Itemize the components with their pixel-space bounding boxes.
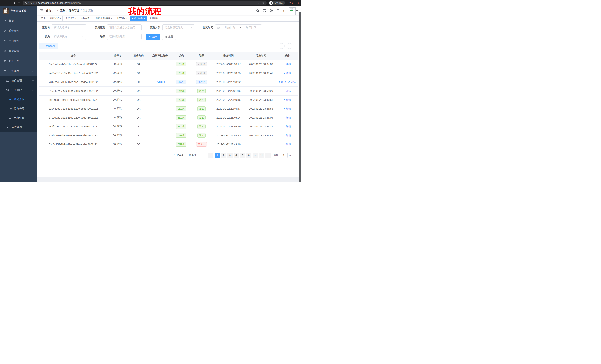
sidebar-item-my-process[interactable]: 我的流程 xyxy=(0,95,37,104)
sidebar-item-home[interactable]: 首页 xyxy=(0,16,37,26)
current-task-link[interactable]: 一级审批 xyxy=(155,80,165,83)
start-process-button[interactable]: 发起流程 xyxy=(39,43,58,49)
close-icon[interactable]: × xyxy=(111,17,112,19)
cell-category: OA xyxy=(128,95,149,104)
sidebar-item-task-mgmt[interactable]: 任务管理 xyxy=(0,85,37,95)
sidebar-item-process-mgmt[interactable]: 流程管理 xyxy=(0,76,37,85)
search-button[interactable]: 搜索 xyxy=(146,34,160,40)
page-button-1[interactable]: 1 xyxy=(215,153,220,158)
address-bar[interactable]: 不安全 dashboard.yudao.iocoder.cn/bpm/task/… xyxy=(23,1,267,5)
detail-link[interactable]: 详情 xyxy=(283,107,291,110)
browser-update-button[interactable]: 更新 xyxy=(287,1,299,5)
table-search-toggle-icon[interactable] xyxy=(279,43,285,49)
action-label: 详情 xyxy=(286,116,291,119)
close-icon[interactable]: × xyxy=(60,17,61,19)
page-button-11[interactable]: 11 xyxy=(259,153,264,158)
detail-link[interactable]: 详情 xyxy=(283,71,291,75)
back-icon[interactable] xyxy=(2,1,5,4)
home-icon[interactable] xyxy=(18,1,20,4)
sidebar-item-label: 工作流程 xyxy=(9,69,19,73)
table-refresh-icon[interactable] xyxy=(287,43,292,49)
fullscreen-icon[interactable] xyxy=(276,9,280,12)
close-icon[interactable]: × xyxy=(75,17,76,19)
close-icon[interactable]: × xyxy=(159,17,160,19)
close-icon[interactable]: × xyxy=(126,17,127,19)
sidebar-item-workflow[interactable]: 工作流程 xyxy=(0,66,37,76)
category-select[interactable]: 请选择流程分类 xyxy=(162,25,194,30)
close-icon[interactable]: × xyxy=(144,17,145,19)
page-button-6[interactable]: 6 xyxy=(246,153,251,158)
table-toolbar: 发起流程 xyxy=(39,43,299,49)
sidebar-item-infrastructure[interactable]: 基础设施 xyxy=(0,46,37,56)
search-icon[interactable] xyxy=(256,9,259,12)
sidebar-item-done-tasks[interactable]: 已办任务 xyxy=(0,113,37,123)
edit-icon xyxy=(283,116,286,119)
footer-strip xyxy=(37,177,300,182)
column-header: 结束时间 xyxy=(245,52,277,60)
gear-icon xyxy=(3,29,7,33)
parent-process-input[interactable] xyxy=(107,25,141,30)
reset-button[interactable]: 重置 xyxy=(162,34,176,40)
page-button-2[interactable]: 2 xyxy=(221,153,226,158)
page-button-3[interactable]: 3 xyxy=(227,153,232,158)
browser-scrollbar[interactable] xyxy=(299,12,300,182)
sidebar: 芋道管理系统 首页系统管理支付管理基础设施研发工具工作流程流程管理任务管理我的流… xyxy=(0,6,37,182)
key-icon[interactable] xyxy=(258,2,260,4)
detail-link[interactable]: 详情 xyxy=(283,98,291,102)
cancel-link[interactable]: 取消 xyxy=(278,80,286,84)
sidebar-item-payment[interactable]: 支付管理 xyxy=(0,36,37,46)
close-icon[interactable]: × xyxy=(90,17,91,19)
tab-process-form[interactable]: 流程表单× xyxy=(79,16,93,21)
help-icon[interactable] xyxy=(270,9,273,12)
reload-icon[interactable] xyxy=(12,1,15,4)
tab-process-form-edit[interactable]: 流程表单-编辑× xyxy=(94,16,114,21)
sidebar-item-dev-tools[interactable]: 研发工具 xyxy=(0,56,37,66)
tab-process-definition[interactable]: 流程定义× xyxy=(48,16,63,21)
submit-time-label: 提交时间 xyxy=(199,26,215,29)
status-select[interactable]: 请选择状态 xyxy=(52,34,86,40)
tab-start-process[interactable]: 发起流程× xyxy=(148,16,162,21)
github-icon[interactable] xyxy=(263,9,266,12)
next-page-icon[interactable] xyxy=(265,153,270,158)
breadcrumb-item[interactable]: 工作流程 xyxy=(55,9,65,12)
pager-more-button[interactable]: ••• xyxy=(253,153,258,158)
submit-time-range[interactable]: 开始日期 - 结束日期 xyxy=(215,25,262,30)
tab-process-model[interactable]: 流程模型× xyxy=(63,16,78,21)
action-label: 详情 xyxy=(286,98,291,102)
forward-icon[interactable] xyxy=(7,1,10,4)
app-logo-row[interactable]: 芋道管理系统 xyxy=(0,6,37,16)
tab-user-group[interactable]: 用户分组× xyxy=(115,16,129,21)
detail-link[interactable]: 详情 xyxy=(283,134,291,137)
more-vertical-icon[interactable] xyxy=(295,2,297,4)
page-button-4[interactable]: 4 xyxy=(234,153,239,158)
prev-page-icon[interactable] xyxy=(208,153,213,158)
caret-down-icon[interactable] xyxy=(296,10,298,11)
detail-link[interactable]: 详情 xyxy=(283,63,291,66)
result-select[interactable]: 请选择流结果 xyxy=(107,34,141,40)
detail-link[interactable]: 详情 xyxy=(283,125,291,128)
app-title: 芋道管理系统 xyxy=(10,9,27,13)
breadcrumb-item[interactable]: 任务管理 xyxy=(69,9,79,12)
chevron-up-icon xyxy=(32,89,34,91)
sidebar-item-leave-query[interactable]: 请假查询 xyxy=(0,123,37,132)
cell-process-name: OA 请假 xyxy=(107,122,128,131)
page-size-select[interactable]: 10条/页 xyxy=(187,153,205,158)
cell-current-task xyxy=(149,86,171,95)
breadcrumb-item[interactable]: 首页 xyxy=(46,9,51,12)
tab-home[interactable]: 首页 xyxy=(40,16,47,21)
page-button-5[interactable]: 5 xyxy=(240,153,245,158)
avatar[interactable] xyxy=(289,7,296,15)
sidebar-item-todo-tasks[interactable]: 待办任务 xyxy=(0,104,37,113)
detail-link[interactable]: 详情 xyxy=(288,80,296,84)
detail-link[interactable]: 详情 xyxy=(283,89,291,93)
table-row: 7470a810-7b9b-11ec-b5b7-acde48001122OA 请… xyxy=(39,69,298,77)
star-icon[interactable] xyxy=(262,2,265,4)
sidebar-item-system[interactable]: 系统管理 xyxy=(0,26,37,36)
font-size-icon[interactable]: TT xyxy=(283,9,286,12)
tab-my-process[interactable]: 我的流程× xyxy=(130,16,147,21)
detail-link[interactable]: 详情 xyxy=(283,116,291,119)
detail-link[interactable]: 详情 xyxy=(283,143,291,146)
jump-page-input[interactable] xyxy=(280,153,288,158)
process-name-input[interactable] xyxy=(52,25,86,30)
hamburger-icon[interactable] xyxy=(39,9,43,12)
